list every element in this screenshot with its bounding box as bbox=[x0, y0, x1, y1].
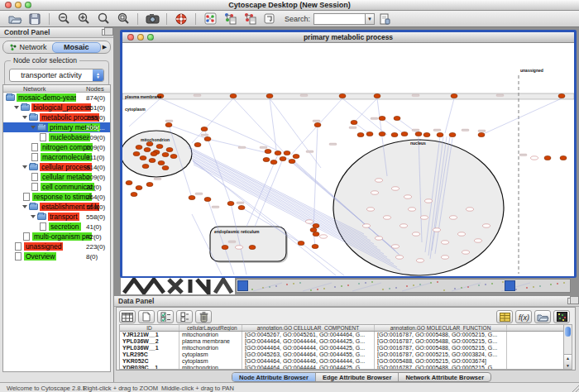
tree-row-transport[interactable]: transport558(0) bbox=[3, 212, 110, 222]
network-view-window[interactable]: primary metabolic process plasma membran… bbox=[120, 30, 577, 278]
tree-row-response-to-stimulu[interactable]: response to stimulu264(0) bbox=[3, 192, 110, 202]
table-row[interactable]: YJR121W__1mitochondrion[GO:0045267, GO:0… bbox=[120, 332, 565, 338]
network-node[interactable] bbox=[249, 245, 256, 249]
network-node[interactable] bbox=[310, 227, 317, 232]
network-node[interactable] bbox=[450, 216, 457, 219]
search-input[interactable] bbox=[313, 13, 365, 25]
network-node[interactable] bbox=[425, 199, 433, 203]
tree-row-overview[interactable]: Overview8(0) bbox=[3, 251, 110, 261]
network-node[interactable] bbox=[357, 132, 364, 136]
network-node[interactable] bbox=[351, 120, 357, 124]
table-row[interactable]: YLR295Ccytoplasm[GO:0045263, GO:0044464,… bbox=[120, 351, 565, 358]
expander-icon[interactable] bbox=[22, 116, 27, 119]
zoom-out-button[interactable] bbox=[55, 12, 73, 26]
column-header[interactable]: annotation.GO MOLECULAR_FUNCTION bbox=[375, 325, 507, 331]
network-node[interactable] bbox=[314, 122, 321, 127]
tree-header[interactable]: Network Nodes bbox=[3, 85, 110, 93]
network-node[interactable] bbox=[379, 116, 385, 120]
network-node[interactable] bbox=[158, 160, 165, 165]
search-settings-button[interactable] bbox=[376, 12, 394, 26]
expander-icon[interactable] bbox=[31, 126, 36, 129]
network-node[interactable] bbox=[189, 195, 195, 199]
network-node[interactable] bbox=[149, 158, 156, 162]
network-node[interactable] bbox=[433, 228, 441, 232]
network-node[interactable] bbox=[126, 180, 132, 184]
resize-grip[interactable] bbox=[570, 385, 579, 392]
network-node[interactable] bbox=[136, 185, 142, 189]
network-node[interactable] bbox=[320, 235, 328, 238]
tab-network-attribute-browser[interactable]: Network Attribute Browser bbox=[399, 373, 490, 381]
tree-row-multi-organism-pro[interactable]: multi-organism pro42(0) bbox=[3, 232, 110, 241]
network-node[interactable] bbox=[396, 256, 404, 259]
network-node[interactable] bbox=[560, 155, 567, 160]
table-row[interactable]: YPL036W__2plasma membrane[GO:0044464, GO… bbox=[120, 338, 565, 345]
tab-edge-attribute-browser[interactable]: Edge Attribute Browser bbox=[316, 373, 399, 381]
unselect-all-attributes-button[interactable] bbox=[176, 310, 193, 323]
create-network-button[interactable] bbox=[201, 12, 219, 26]
network-node[interactable] bbox=[289, 159, 295, 163]
select-attributes-button[interactable] bbox=[119, 310, 136, 323]
network-node[interactable] bbox=[280, 156, 286, 160]
close-button[interactable] bbox=[5, 2, 12, 8]
network-node[interactable] bbox=[391, 132, 398, 136]
network-node[interactable] bbox=[144, 147, 151, 151]
network-node[interactable] bbox=[421, 216, 428, 219]
tree-row-cellular-metabo[interactable]: cellular metabo209(0) bbox=[3, 172, 110, 182]
network-node[interactable] bbox=[201, 127, 208, 131]
open-file-button[interactable] bbox=[6, 12, 24, 26]
tab-network[interactable]: Network bbox=[5, 42, 52, 53]
network-node[interactable] bbox=[136, 145, 142, 149]
network-node[interactable] bbox=[404, 195, 412, 198]
expander-icon[interactable] bbox=[22, 165, 27, 169]
network-node[interactable] bbox=[415, 131, 422, 136]
network-node[interactable] bbox=[374, 93, 380, 98]
tab-node-attribute-browser[interactable]: Node Attribute Browser bbox=[232, 373, 316, 381]
network-node[interactable] bbox=[146, 141, 153, 146]
network-node[interactable] bbox=[483, 224, 490, 227]
network-node[interactable] bbox=[142, 164, 149, 168]
tree-row-metabolic-process[interactable]: metabolic process280(0) bbox=[3, 112, 110, 122]
tab-mosaic[interactable]: Mosaic bbox=[52, 42, 101, 53]
network-node[interactable] bbox=[170, 154, 177, 158]
network-node[interactable] bbox=[339, 93, 346, 98]
minimize-button[interactable] bbox=[137, 34, 144, 41]
network-node[interactable] bbox=[437, 132, 443, 136]
network-node[interactable] bbox=[275, 151, 281, 155]
network-node[interactable] bbox=[298, 241, 304, 245]
network-node[interactable] bbox=[451, 93, 457, 98]
network-node[interactable] bbox=[384, 216, 391, 219]
background-window-overview[interactable] bbox=[121, 278, 235, 294]
column-header[interactable] bbox=[507, 325, 560, 331]
network-node[interactable] bbox=[146, 182, 153, 186]
scrollbar-arrows[interactable]: ▲▼ bbox=[564, 354, 572, 369]
network-node[interactable] bbox=[544, 155, 551, 160]
network-node[interactable] bbox=[392, 245, 400, 248]
network-node[interactable] bbox=[313, 223, 319, 227]
attribute-table-button[interactable] bbox=[496, 310, 513, 323]
network-node[interactable] bbox=[367, 208, 375, 211]
tree-row-mosaic-demo-yeast[interactable]: mosaic-demo-yeast874(0) bbox=[3, 93, 110, 103]
network-node[interactable] bbox=[313, 232, 319, 236]
network-window-titlebar[interactable]: primary metabolic process bbox=[122, 32, 574, 43]
matrix-view-button[interactable] bbox=[553, 310, 570, 323]
network-node[interactable] bbox=[458, 232, 466, 236]
snapshot-button[interactable] bbox=[143, 12, 161, 26]
network-node[interactable] bbox=[293, 154, 299, 158]
network-node[interactable] bbox=[236, 246, 243, 249]
network-node[interactable] bbox=[230, 93, 237, 98]
network-node[interactable] bbox=[394, 116, 400, 120]
background-window-strip[interactable] bbox=[236, 279, 571, 293]
float-panel-icon[interactable] bbox=[567, 298, 575, 304]
network-node[interactable] bbox=[131, 192, 137, 196]
network-node[interactable] bbox=[558, 93, 565, 98]
network-node[interactable] bbox=[401, 131, 408, 136]
network-node[interactable] bbox=[238, 205, 245, 209]
network-node[interactable] bbox=[376, 179, 383, 182]
network-node[interactable] bbox=[467, 208, 474, 211]
network-node[interactable] bbox=[376, 237, 383, 240]
column-header[interactable]: _cellularLayoutRegion bbox=[179, 325, 242, 331]
network-node[interactable] bbox=[531, 156, 538, 160]
scrollbar-thumb[interactable] bbox=[565, 327, 571, 337]
network-node[interactable] bbox=[166, 147, 173, 151]
tree-row-nitrogen-compo[interactable]: nitrogen compo209(0) bbox=[3, 142, 110, 152]
